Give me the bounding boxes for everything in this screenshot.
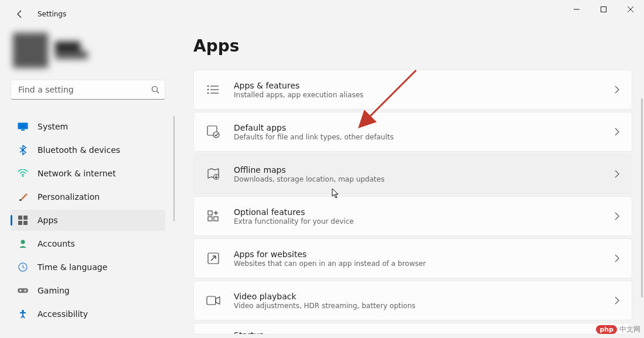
chevron-right-icon — [614, 212, 620, 220]
chevron-right-icon — [614, 296, 620, 305]
svg-point-25 — [213, 132, 219, 138]
person-icon — [18, 238, 28, 249]
svg-rect-14 — [18, 288, 28, 293]
sidebar-item-label: Time & language — [38, 262, 107, 272]
brush-icon — [18, 192, 28, 202]
svg-rect-5 — [21, 129, 25, 131]
svg-point-16 — [25, 290, 26, 292]
sidebar-item-accessibility[interactable]: Accessibility — [11, 303, 165, 325]
sidebar-item-personalization[interactable]: Personalization — [11, 186, 165, 207]
svg-rect-31 — [207, 296, 216, 305]
window-title: Settings — [38, 10, 66, 18]
search-input[interactable] — [11, 80, 165, 100]
svg-rect-9 — [23, 216, 28, 220]
close-button[interactable] — [617, 0, 644, 19]
settings-cards: Apps & features Installed apps, app exec… — [193, 70, 632, 334]
card-title: Video playback — [234, 292, 614, 301]
sidebar-item-label: Apps — [38, 216, 58, 225]
profile-name: ████ — [55, 42, 87, 51]
sidebar-item-label: Personalization — [38, 192, 100, 202]
bluetooth-icon — [18, 145, 28, 155]
card-title: Default apps — [234, 123, 614, 132]
svg-rect-10 — [18, 221, 22, 225]
sidebar-item-time[interactable]: Time & language — [11, 257, 165, 278]
watermark: php 中文网 — [596, 325, 640, 334]
card-title: Startup — [234, 330, 620, 334]
sidebar-item-network[interactable]: Network & internet — [11, 163, 165, 184]
svg-point-15 — [20, 290, 22, 292]
card-offline-maps[interactable]: Offline maps Downloads, storage location… — [193, 154, 632, 194]
arrow-left-icon — [15, 9, 25, 19]
list-icon — [206, 82, 221, 97]
svg-point-22 — [207, 93, 209, 94]
svg-rect-27 — [208, 211, 212, 215]
chevron-right-icon — [614, 170, 620, 178]
svg-rect-4 — [18, 123, 28, 129]
svg-point-20 — [207, 89, 209, 90]
card-desc: Video adjustments, HDR streaming, batter… — [234, 302, 614, 310]
card-startup[interactable]: Startup — [193, 323, 632, 334]
chevron-right-icon — [614, 128, 620, 136]
card-default-apps[interactable]: Default apps Defaults for file and link … — [193, 112, 632, 152]
close-icon — [628, 6, 633, 12]
svg-rect-8 — [18, 216, 22, 220]
gamepad-icon — [18, 285, 28, 296]
window-controls — [563, 0, 644, 19]
user-profile[interactable]: ████ ██████ — [11, 33, 182, 68]
accessibility-icon — [18, 309, 28, 319]
sidebar-item-system[interactable]: System — [11, 116, 165, 137]
card-apps-websites[interactable]: Apps for websites Websites that can open… — [193, 238, 632, 278]
nav-list: System Bluetooth & devices Network & int… — [11, 116, 182, 325]
search-container — [11, 80, 165, 100]
chevron-right-icon — [614, 254, 620, 262]
card-desc: Websites that can open in an app instead… — [234, 260, 614, 268]
maximize-button[interactable] — [590, 0, 617, 19]
sidebar: ████ ██████ System Bluetooth & devices N… — [0, 28, 182, 338]
default-apps-icon — [206, 124, 221, 139]
card-title: Apps & features — [234, 81, 614, 90]
card-desc: Downloads, storage location, map updates — [234, 175, 614, 183]
watermark-text: 中文网 — [619, 325, 640, 334]
minimize-button[interactable] — [563, 0, 590, 19]
card-optional-features[interactable]: Optional features Extra functionality fo… — [193, 196, 632, 236]
svg-rect-28 — [208, 217, 212, 221]
card-video-playback[interactable]: Video playback Video adjustments, HDR st… — [193, 281, 632, 320]
card-apps-features[interactable]: Apps & features Installed apps, app exec… — [193, 70, 632, 110]
profile-email: ██████ — [55, 51, 87, 59]
wifi-icon — [18, 168, 28, 179]
chevron-right-icon — [614, 86, 620, 94]
card-title: Optional features — [234, 207, 614, 217]
sidebar-item-accounts[interactable]: Accounts — [11, 233, 165, 254]
page-title: Apps — [193, 36, 632, 56]
sidebar-item-apps[interactable]: Apps — [11, 210, 165, 231]
clock-icon — [18, 262, 28, 272]
sidebar-item-bluetooth[interactable]: Bluetooth & devices — [11, 139, 165, 161]
sidebar-scrollbar[interactable] — [173, 116, 175, 221]
card-desc: Defaults for file and link types, other … — [234, 133, 614, 141]
optional-features-icon — [206, 209, 221, 224]
svg-point-18 — [207, 86, 209, 87]
card-title: Offline maps — [234, 165, 614, 175]
apps-icon — [18, 215, 28, 226]
card-desc: Installed apps, app execution aliases — [234, 91, 614, 99]
sidebar-item-label: Accounts — [38, 239, 75, 248]
card-title: Apps for websites — [234, 250, 614, 259]
sidebar-item-label: Network & internet — [38, 169, 116, 178]
map-icon — [206, 166, 221, 182]
minimize-icon — [574, 6, 580, 12]
sidebar-item-gaming[interactable]: Gaming — [11, 280, 165, 301]
svg-rect-11 — [23, 221, 28, 225]
avatar — [13, 33, 48, 68]
main-scrollbar[interactable] — [641, 98, 643, 298]
card-desc: Extra functionality for your device — [234, 217, 614, 226]
video-icon — [206, 293, 221, 308]
main-content: Apps Apps & features Installed apps, app… — [182, 28, 644, 338]
link-icon — [206, 251, 221, 266]
maximize-icon — [601, 6, 606, 12]
back-button[interactable] — [11, 5, 29, 23]
sidebar-item-label: Bluetooth & devices — [38, 145, 120, 155]
sidebar-item-label: Accessibility — [38, 309, 88, 319]
sidebar-item-label: Gaming — [38, 286, 70, 295]
svg-rect-1 — [601, 7, 606, 12]
watermark-badge: php — [596, 325, 617, 334]
